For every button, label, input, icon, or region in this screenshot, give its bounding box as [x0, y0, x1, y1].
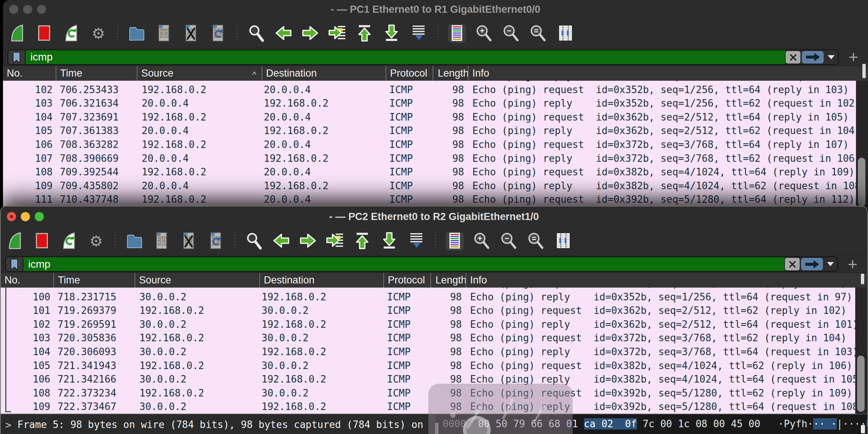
packet-row[interactable]: 109709.43580220.0.0.4192.168.0.2ICMP98Ec… [3, 179, 868, 193]
start-capture-button[interactable] [6, 232, 24, 250]
hex-scrollbar-thumb[interactable] [861, 425, 865, 433]
filter-dropdown-caret[interactable] [824, 257, 837, 271]
titlebar[interactable]: - — PC2 Ethernet0 to R2 GigabitEthernet1… [1, 206, 867, 227]
start-capture-button[interactable] [8, 24, 26, 43]
capture-options-button[interactable]: ⚙ [87, 232, 105, 250]
auto-scroll-button[interactable] [407, 232, 425, 250]
go-first-button[interactable] [353, 232, 371, 250]
packet-details-pane[interactable]: > Frame 5: 98 bytes on wire (784 bits), … [1, 414, 437, 434]
scrollbar-track[interactable] [855, 288, 867, 414]
filter-apply-button[interactable] [802, 51, 824, 63]
save-file-button[interactable]: 010100110101110 [153, 232, 171, 250]
zoom-out-button[interactable]: − [500, 232, 518, 250]
packet-row[interactable]: 106721.34216630.0.0.2192.168.0.2ICMP98Ec… [1, 372, 867, 386]
close-file-button[interactable]: 010100110101110 [180, 232, 198, 250]
zoom-out-button[interactable]: − [502, 24, 520, 43]
column-header-len[interactable]: Length [430, 273, 466, 288]
scrollbar-track[interactable] [856, 81, 868, 209]
open-file-button[interactable] [128, 24, 146, 43]
packet-row[interactable]: 107708.39066920.0.0.4192.168.0.2ICMP98Ec… [3, 152, 868, 166]
go-to-packet-button[interactable] [328, 24, 346, 43]
find-packet-button[interactable] [247, 24, 265, 43]
go-previous-button[interactable] [272, 232, 290, 250]
column-header-src[interactable]: Source^ [137, 66, 262, 81]
overlay-bar [435, 423, 439, 434]
close-button[interactable] [7, 212, 16, 222]
colorize-button[interactable] [448, 24, 466, 43]
packet-row[interactable]: 105721.341943192.168.0.230.0.0.2ICMP98Ec… [1, 359, 867, 373]
filter-bookmark-button[interactable] [8, 50, 26, 64]
filter-add-button[interactable]: + [838, 257, 867, 272]
zoom-in-button[interactable]: + [475, 24, 493, 43]
display-filter-input[interactable]: icmp [23, 257, 784, 271]
packet-row[interactable]: 100718.23171530.0.0.2192.168.0.2ICMP98Ec… [1, 290, 867, 304]
packet-row[interactable]: 103706.32163420.0.0.4192.168.0.2ICMP98Ec… [3, 96, 868, 110]
stop-capture-button[interactable] [35, 24, 53, 43]
resize-columns-button[interactable] [556, 24, 574, 43]
packet-row[interactable]: 102719.26959130.0.0.2192.168.0.2ICMP98Ec… [1, 318, 867, 332]
reload-file-button[interactable]: 010100110101110 [209, 24, 227, 43]
filter-clear-button[interactable] [785, 258, 800, 270]
restart-capture-button[interactable] [62, 24, 80, 43]
auto-scroll-button[interactable] [410, 24, 428, 43]
column-header-dst[interactable]: Destination [262, 66, 386, 81]
minimize-button[interactable] [23, 5, 32, 14]
column-header-info[interactable]: Info [466, 273, 867, 288]
column-header-dst[interactable]: Destination [259, 273, 383, 288]
go-to-packet-button[interactable] [326, 232, 344, 250]
go-last-button[interactable] [380, 232, 398, 250]
filter-apply-button[interactable] [801, 258, 823, 270]
packet-row[interactable]: 103720.305836192.168.0.230.0.0.2ICMP98Ec… [1, 331, 867, 345]
zoom-button[interactable] [35, 212, 44, 222]
packet-row[interactable]: 105707.36138320.0.0.4192.168.0.2ICMP98Ec… [3, 124, 868, 138]
filter-dropdown-caret[interactable] [824, 50, 838, 64]
go-previous-button[interactable] [274, 24, 292, 43]
scrollbar-thumb[interactable] [857, 356, 865, 412]
packet-row[interactable]: 104707.323691192.168.0.220.0.0.4ICMP98Ec… [3, 110, 868, 124]
packet-row[interactable]: 108709.392544192.168.0.220.0.0.4ICMP98Ec… [3, 165, 868, 179]
go-next-button[interactable] [301, 24, 319, 43]
minimize-button[interactable] [21, 212, 30, 222]
find-packet-button[interactable] [245, 232, 263, 250]
filter-bookmark-button[interactable] [6, 257, 23, 271]
stop-capture-button[interactable] [33, 232, 51, 250]
close-button[interactable] [9, 5, 18, 14]
column-header-proto[interactable]: Protocol [383, 273, 430, 288]
zoom-original-button[interactable]: = [529, 24, 547, 43]
save-file-button[interactable]: 010100110101110 [155, 24, 173, 43]
column-header-no[interactable]: No. [1, 273, 53, 288]
restart-capture-button[interactable] [60, 232, 78, 250]
filter-add-button[interactable]: + [839, 50, 868, 65]
go-next-button[interactable] [299, 232, 317, 250]
scrollbar-thumb[interactable] [858, 158, 865, 206]
display-filter-input[interactable]: icmp [26, 50, 785, 64]
zoom-in-button[interactable]: + [473, 232, 491, 250]
packet-row[interactable]: 97718.231512192.168.0.230.0.0.2ICMP98Ech… [1, 288, 867, 290]
column-header-time[interactable]: Time [56, 66, 137, 81]
column-header-src[interactable]: Source [135, 273, 259, 288]
column-header-proto[interactable]: Protocol [386, 66, 432, 81]
resize-columns-button[interactable] [554, 232, 572, 250]
column-header-no[interactable]: No. [3, 66, 56, 81]
packet-row[interactable]: 111710.437748192.168.0.220.0.0.4ICMP98Ec… [3, 193, 868, 206]
column-header-info[interactable]: Info [468, 66, 868, 81]
go-first-button[interactable] [355, 24, 374, 43]
titlebar[interactable]: - — PC1 Ethernet0 to R1 GigabitEthernet0… [3, 0, 868, 19]
packet-row[interactable]: 102706.253433192.168.0.220.0.0.4ICMP98Ec… [3, 83, 868, 97]
reload-file-button[interactable]: 010100110101110 [207, 232, 225, 250]
capture-options-button[interactable]: ⚙ [89, 24, 107, 43]
column-header-time[interactable]: Time [53, 273, 135, 288]
zoom-original-button[interactable]: = [527, 232, 545, 250]
packet-row[interactable]: 106708.363282192.168.0.220.0.0.4ICMP98Ec… [3, 138, 868, 152]
open-file-button[interactable] [126, 232, 144, 250]
close-file-button[interactable]: 010100110101110 [182, 24, 200, 43]
go-last-button[interactable] [383, 24, 401, 43]
details-expander-chevron[interactable]: > [5, 419, 11, 431]
column-header-len[interactable]: Length [432, 66, 468, 81]
packet-len: 98 [430, 318, 466, 332]
zoom-button[interactable] [37, 5, 46, 14]
filter-clear-button[interactable] [786, 51, 800, 63]
colorize-button[interactable] [446, 232, 464, 250]
packet-row[interactable]: 104720.30609330.0.0.2192.168.0.2ICMP98Ec… [1, 345, 867, 359]
packet-row[interactable]: 101719.269379192.168.0.230.0.0.2ICMP98Ec… [1, 304, 867, 318]
